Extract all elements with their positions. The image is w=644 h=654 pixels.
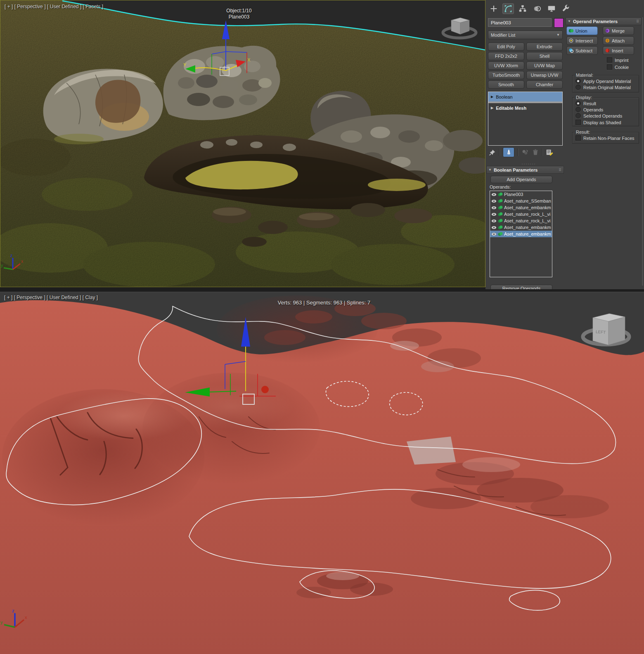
- remove-modifier-trash-icon[interactable]: [532, 149, 539, 156]
- expand-arrow-icon[interactable]: ▶: [491, 95, 493, 99]
- operand-geometry-icon: [498, 231, 503, 236]
- op-label: Insert: [612, 47, 623, 55]
- viewport-bottom-clay[interactable]: LEFT z y x [ + ] [ Perspective ] [ User …: [0, 292, 644, 654]
- add-operands-button[interactable]: Add Operands: [490, 176, 552, 183]
- tab-create[interactable]: [488, 3, 500, 14]
- object-color-swatch[interactable]: [554, 18, 564, 28]
- merge-button[interactable]: Merge: [603, 26, 634, 35]
- modifier-button-edit-poly[interactable]: Edit Poly: [488, 42, 524, 51]
- op-label: Subtract: [575, 47, 592, 55]
- viewport-top-facets[interactable]: Y X z y x [ + ] [ Perspective ] [ User D…: [0, 0, 485, 287]
- hierarchy-icon: [518, 4, 527, 13]
- eye-icon[interactable]: [491, 206, 497, 210]
- display-result-radio[interactable]: [575, 101, 581, 106]
- modifier-list-dropdown[interactable]: Modifier List ▼: [488, 31, 563, 39]
- insert-button[interactable]: Insert: [603, 46, 634, 55]
- modifier-button-shell[interactable]: Shell: [526, 52, 563, 60]
- radio-label: Result: [583, 101, 596, 106]
- eye-icon[interactable]: [491, 199, 497, 203]
- subtract-button[interactable]: Subtract: [566, 46, 598, 55]
- stack-item-editable-mesh[interactable]: ▶ Editable Mesh: [488, 103, 562, 113]
- viewport-top-scene: Y X z y x: [0, 0, 485, 287]
- drag-grip-icon[interactable]: ⠿: [636, 19, 639, 24]
- viewport-top-label[interactable]: [ + ] [ Perspective ] [ User Defined ] […: [5, 4, 103, 9]
- eye-icon[interactable]: [491, 193, 497, 196]
- operand-geometry-icon: [498, 192, 503, 197]
- display-monitor-icon: [547, 4, 556, 13]
- operand-row[interactable]: Plane003: [490, 191, 552, 198]
- retain-non-planar-faces-checkbox[interactable]: [575, 135, 581, 141]
- operand-row[interactable]: Aset_nature_embankm: [490, 224, 552, 231]
- drag-grip-icon[interactable]: ⠿: [559, 168, 562, 172]
- operands-label: Operands:: [490, 184, 511, 189]
- show-end-result-button[interactable]: [503, 147, 514, 157]
- modifier-button-uvw-map[interactable]: UVW Map: [526, 61, 563, 70]
- checkbox-label: Display as Shaded: [583, 120, 621, 125]
- modifier-button-extrude[interactable]: Extrude: [526, 42, 563, 51]
- collapse-arrow-icon: ▼: [488, 168, 492, 172]
- tab-hierarchy[interactable]: [517, 3, 528, 14]
- operand-geometry-icon: [498, 205, 503, 210]
- display-group-label: Display:: [575, 95, 593, 100]
- axis-x-label: X: [247, 57, 251, 62]
- imprint-label: Imprint: [615, 58, 629, 63]
- panel-tabs: [488, 3, 572, 14]
- tab-utilities[interactable]: [560, 3, 572, 14]
- operand-parameters-rollout-header[interactable]: ▼ Operand Parameters ⠿: [566, 17, 642, 25]
- attach-button[interactable]: Attach: [603, 36, 634, 45]
- display-operands-radio[interactable]: [575, 107, 581, 112]
- divider: [499, 149, 500, 156]
- rollout-splitter-grip[interactable]: ·······: [514, 162, 543, 166]
- op-label: Intersect: [575, 37, 593, 45]
- configure-modifier-sets-icon[interactable]: [546, 149, 553, 156]
- display-as-shaded-checkbox[interactable]: [575, 120, 581, 125]
- rollout-title: Boolean Parameters: [494, 168, 537, 172]
- operand-row[interactable]: Aset_nature_SSemban: [490, 198, 552, 204]
- tab-display[interactable]: [546, 3, 557, 14]
- modifier-button-turbosmooth[interactable]: TurboSmooth: [488, 71, 524, 79]
- object-name-input[interactable]: [488, 18, 552, 27]
- union-icon: [568, 28, 574, 33]
- modifier-button-chamfer[interactable]: Chamfer: [526, 80, 563, 89]
- viewcube[interactable]: LEFT: [583, 314, 629, 345]
- gizmo-x-handle[interactable]: [261, 386, 269, 393]
- eye-icon[interactable]: [491, 232, 497, 236]
- modifier-button-uvw-xform[interactable]: UVW Xform: [488, 61, 524, 70]
- tab-motion[interactable]: [531, 3, 543, 14]
- tab-modify[interactable]: [502, 3, 514, 14]
- boolean-parameters-rollout-header[interactable]: ▼ Boolean Parameters ⠿: [486, 166, 564, 174]
- modifier-button-smooth[interactable]: Smooth: [488, 80, 524, 89]
- viewport-bottom-label[interactable]: [ + ] [ Perspective ] [ User Defined ] […: [4, 295, 98, 300]
- eye-icon[interactable]: [491, 226, 497, 229]
- tripod-x-label: x: [21, 259, 23, 264]
- modifier-button-unwrap-uvw[interactable]: Unwrap UVW: [526, 71, 563, 79]
- panel-scrollbar[interactable]: [642, 17, 643, 286]
- remove-operands-button[interactable]: Remove Operands: [490, 285, 552, 289]
- op-label: Union: [575, 27, 587, 35]
- operands-list: Plane003 Aset_nature_SSemban Aset_nature…: [490, 191, 552, 277]
- operand-row[interactable]: Aset_nature_embankm: [490, 204, 552, 211]
- retain-original-material-radio[interactable]: [575, 85, 581, 90]
- pin-stack-icon[interactable]: [489, 149, 496, 156]
- modify-arc-icon: [504, 4, 513, 13]
- modifier-button-ffd2x2x2[interactable]: FFD 2x2x2: [488, 52, 524, 60]
- operand-geometry-icon: [498, 218, 503, 223]
- operand-row-selected[interactable]: Aset_nature_embankm: [490, 231, 552, 237]
- operand-row[interactable]: Aset_nature_rock_L_vi: [490, 217, 552, 224]
- imprint-checkbox[interactable]: [607, 57, 612, 63]
- viewport-bottom-scene: LEFT z y x: [0, 292, 644, 654]
- operand-label: Plane003: [504, 192, 523, 197]
- apply-operand-material-radio[interactable]: [575, 78, 581, 84]
- display-selected-operands-radio[interactable]: [575, 113, 581, 118]
- intersect-button[interactable]: Intersect: [566, 36, 598, 45]
- cookie-checkbox[interactable]: [607, 64, 612, 70]
- operand-row[interactable]: Aset_nature_rock_L_vi: [490, 211, 552, 217]
- viewcube-face-label[interactable]: LEFT: [596, 329, 606, 335]
- cookie-row: Cookie: [607, 64, 629, 70]
- stack-item-boolean[interactable]: ▶ Boolean: [488, 92, 562, 102]
- union-button[interactable]: Union: [566, 26, 598, 35]
- eye-icon[interactable]: [491, 219, 497, 223]
- eye-icon[interactable]: [491, 212, 497, 216]
- make-unique-icon[interactable]: [521, 149, 529, 156]
- expand-arrow-icon[interactable]: ▶: [491, 106, 493, 110]
